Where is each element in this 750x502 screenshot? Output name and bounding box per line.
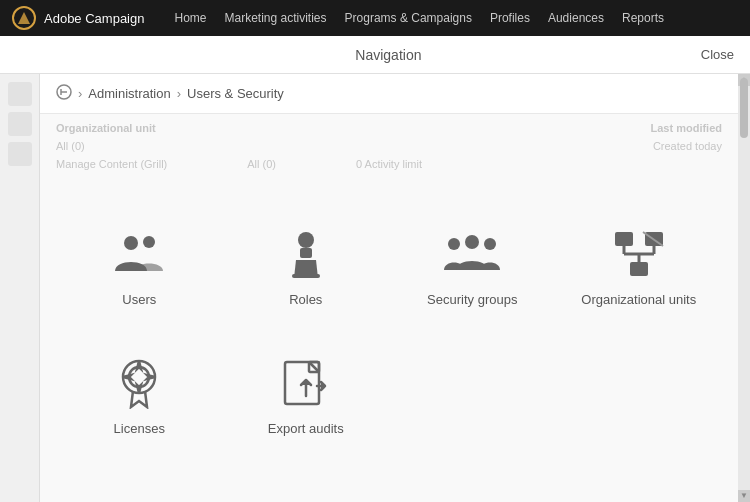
logo-area[interactable]: Adobe Campaign: [12, 6, 144, 30]
svg-point-3: [124, 236, 138, 250]
nav-item-roles[interactable]: Roles: [223, 202, 390, 331]
app-name: Adobe Campaign: [44, 11, 144, 26]
manage-all: All (0): [247, 158, 276, 170]
created-today: Created today: [653, 140, 722, 152]
sidebar-icon-3: [8, 142, 32, 166]
scroll-down-arrow[interactable]: ▼: [738, 490, 750, 502]
navigation-grid: Users Roles: [40, 182, 738, 480]
nav-link-profiles[interactable]: Profiles: [490, 11, 530, 25]
nav-item-organizational-units[interactable]: Organizational units: [556, 202, 723, 331]
roles-icon: [278, 226, 334, 282]
nav-link-reports[interactable]: Reports: [622, 11, 664, 25]
svg-point-4: [143, 236, 155, 248]
licenses-label: Licenses: [114, 421, 165, 436]
panel-title: Navigation: [76, 47, 701, 63]
all-count: All (0): [56, 140, 85, 152]
content-area: › Administration › Users & Security Orga…: [0, 74, 750, 502]
security-groups-icon: [444, 226, 500, 282]
scroll-thumb[interactable]: [740, 78, 748, 138]
svg-point-8: [448, 238, 460, 250]
last-modified-label: Last modified: [650, 122, 722, 134]
nav-item-users[interactable]: Users: [56, 202, 223, 331]
sidebar-background: [0, 74, 40, 502]
organizational-units-icon: [611, 226, 667, 282]
svg-point-9: [465, 235, 479, 249]
sidebar-icon-1: [8, 82, 32, 106]
svg-rect-13: [630, 262, 648, 276]
svg-rect-6: [300, 248, 312, 258]
scrollbar-track: ▲ ▼: [738, 74, 750, 502]
nav-links: Home Marketing activities Programs & Cam…: [174, 11, 664, 25]
breadcrumb-sep-2: ›: [177, 86, 181, 101]
nav-link-marketing[interactable]: Marketing activities: [224, 11, 326, 25]
export-audits-label: Export audits: [268, 421, 344, 436]
svg-rect-11: [615, 232, 633, 246]
top-navigation: Adobe Campaign Home Marketing activities…: [0, 0, 750, 36]
manage-today: 0 Activity limit: [356, 158, 422, 170]
logo-icon: [12, 6, 36, 30]
breadcrumb: › Administration › Users & Security: [40, 74, 738, 114]
home-icon: [56, 84, 72, 103]
background-content: Organizational unit Last modified All (0…: [40, 114, 738, 182]
nav-link-home[interactable]: Home: [174, 11, 206, 25]
nav-link-programs[interactable]: Programs & Campaigns: [345, 11, 472, 25]
svg-point-20: [129, 367, 149, 387]
users-icon: [111, 226, 167, 282]
breadcrumb-administration[interactable]: Administration: [88, 86, 170, 101]
navigation-panel-header: Navigation Close: [0, 36, 750, 74]
roles-label: Roles: [289, 292, 322, 307]
licenses-icon: [111, 355, 167, 411]
users-label: Users: [122, 292, 156, 307]
nav-item-export-audits[interactable]: Export audits: [223, 331, 390, 460]
breadcrumb-sep-1: ›: [78, 86, 82, 101]
sidebar-icon-2: [8, 112, 32, 136]
svg-rect-7: [292, 274, 320, 278]
breadcrumb-current: Users & Security: [187, 86, 284, 101]
nav-link-audiences[interactable]: Audiences: [548, 11, 604, 25]
close-button[interactable]: Close: [701, 47, 734, 62]
navigation-panel: › Administration › Users & Security Orga…: [40, 74, 738, 502]
export-audits-icon: [278, 355, 334, 411]
manage-label: Manage Content (Grill): [56, 158, 167, 170]
security-groups-label: Security groups: [427, 292, 517, 307]
svg-point-10: [484, 238, 496, 250]
nav-item-licenses[interactable]: Licenses: [56, 331, 223, 460]
org-unit-label: Organizational unit: [56, 122, 156, 134]
organizational-units-label: Organizational units: [581, 292, 696, 307]
svg-point-5: [298, 232, 314, 248]
nav-item-security-groups[interactable]: Security groups: [389, 202, 556, 331]
